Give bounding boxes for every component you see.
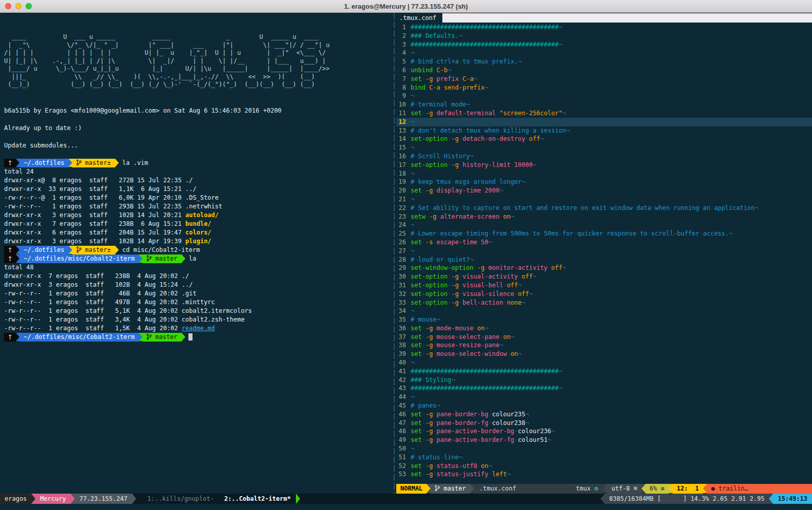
powerline-separator <box>603 484 607 493</box>
eol-marker: ¬ <box>559 24 562 31</box>
line-number: 31 <box>396 281 411 290</box>
line-number: 8 <box>396 83 411 92</box>
file-listing-row: -rw-r--r-- 1 eragos staff 5,1K 4 Aug 20:… <box>4 307 392 315</box>
line-number: 1 <box>396 23 411 32</box>
scroll-percent-segment: 6% ≡ <box>646 484 669 494</box>
eol-marker: ¬ <box>488 239 492 246</box>
file-name: .minttyrc <box>182 299 215 306</box>
ascii-art-line: |____/ u \_)-\___/ u_|_|_u |_| U/| |\u |… <box>4 65 392 73</box>
file-attributes: drwxr-xr-x 7 eragos staff 238B 6 Aug 15:… <box>4 220 185 227</box>
branch-name: master <box>155 333 177 341</box>
vim-line: 27¬ <box>396 247 812 256</box>
vim-line: 14set-option·-g·detach-on-destroy·off¬ <box>396 135 812 143</box>
tab-filename[interactable]: .tmux.conf <box>396 13 442 23</box>
vim-statusline: NORMAL master .tmux.conf tmux ⚙ utf-8 ⌘ … <box>396 484 812 494</box>
line-number: 36 <box>396 324 411 333</box>
directory-name: colors/ <box>185 229 211 236</box>
eol-marker: ¬ <box>437 316 440 323</box>
tmux-window-2-active[interactable]: 2:..Cobalt2-iterm* <box>219 494 296 504</box>
vim-line: 37set·-g·mouse-select-pane·on¬ <box>396 333 812 342</box>
typed-command: la .vim <box>119 159 148 166</box>
terminal-cursor <box>188 333 193 341</box>
powerline-separator <box>115 246 119 254</box>
ascii-art-line: | _"\ \/"_ \/|_ " _| |" ___| ___ |"| \| … <box>4 41 392 50</box>
vim-line: 7set·-g·prefix·C-a¬ <box>396 75 812 83</box>
shell-prompt-line: †~/.dotfiles/misc/Cobalt2-iterm master l… <box>4 254 392 263</box>
shell-pane-content: ____ U ___ u _____ _____ _ U _____ u ___… <box>4 33 392 342</box>
tmux-window-list: 1:..kills/gnuplot- 2:..Cobalt2-iterm* <box>142 494 300 504</box>
vim-line: 17set-option·-g·history-limit·10000¬ <box>396 161 812 169</box>
file-attributes: -rw-r--r-- 1 eragos staff 293B 15 Jul 22… <box>4 203 185 210</box>
tabline-fill <box>442 13 812 23</box>
directory-name: bundle/ <box>185 220 211 227</box>
eol-marker: ¬ <box>729 230 733 237</box>
line-number: 14 <box>396 135 411 143</box>
powerline-separator <box>115 159 119 167</box>
powerline-separator <box>16 246 19 254</box>
shell-pane[interactable]: ____ U ___ u _____ _____ _ U _____ u ___… <box>0 13 392 494</box>
line-number: 49 <box>396 436 411 444</box>
eol-marker: ¬ <box>551 428 555 435</box>
vim-line: 47set·-g·pane-border-fg·colour238¬ <box>396 419 812 428</box>
line-number: 4 <box>396 49 411 57</box>
vim-line: 6unbind·C-b¬ <box>396 66 812 75</box>
terminal-area: ____ U ___ u _____ _____ _ U _____ u ___… <box>0 13 812 494</box>
eol-marker: ¬ <box>510 333 514 341</box>
vim-line: 29set-window-option·-g·monitor-activity·… <box>396 264 812 272</box>
vim-line: 44¬ <box>396 393 812 401</box>
file-attributes: drwxr-xr-x 3 eragos staff 102B 4 Aug 15:… <box>4 281 182 288</box>
file-attributes: -rw-r--r--@ 1 eragos staff 6,0K 19 Apr 2… <box>4 194 185 201</box>
file-name: .DS_Store <box>185 194 219 201</box>
eol-marker: ¬ <box>488 462 492 470</box>
line-number: 29 <box>396 264 411 272</box>
zoom-button[interactable] <box>26 3 32 9</box>
file-attributes: drwxr-xr-x 3 eragos staff 102B 14 Apr 19… <box>4 238 185 245</box>
eol-marker: ¬ <box>411 196 414 203</box>
close-button[interactable] <box>5 3 11 9</box>
minimize-button[interactable] <box>15 3 22 9</box>
eol-marker: ¬ <box>485 325 488 332</box>
pane-divider[interactable] <box>392 13 396 494</box>
vim-buffer[interactable]: 1#######################################… <box>396 23 812 484</box>
window-title: 1. eragos@Mercury | 77.23.155.247 (sh) <box>344 3 468 10</box>
file-link[interactable]: readme.md <box>182 325 215 332</box>
powerline-separator <box>16 333 19 341</box>
shell-output-line: Update submodules... <box>4 141 392 150</box>
file-attributes: drwxr-xr-x 6 eragos staff 204B 15 Jul 19… <box>4 229 185 236</box>
tmux-user: eragos <box>0 494 31 504</box>
powerline-separator <box>703 484 707 493</box>
tmux-bar-spacer <box>300 494 601 504</box>
file-attributes: -rw-r--r-- 1 eragos staff 497B 4 Aug 20:… <box>4 299 182 306</box>
line-number: 2 <box>396 32 411 40</box>
line-number: 53 <box>396 470 411 479</box>
line-number: 19 <box>396 178 411 186</box>
file-listing-row: -rw-r--r-- 1 eragos staff 1,5K 4 Aug 20:… <box>4 324 392 333</box>
eol-marker: ¬ <box>411 49 414 56</box>
line-number: 26 <box>396 238 411 247</box>
scroll-percent: 6% <box>650 485 657 492</box>
vim-line: 52set·-g·status-utf8·on¬ <box>396 462 812 471</box>
eol-marker: ¬ <box>518 350 522 357</box>
file-name: .netrwhist <box>185 203 222 210</box>
vim-line: 33set-option·-g·bell-action·none¬ <box>396 299 812 307</box>
line-number: 48 <box>396 427 411 436</box>
vim-pane[interactable]: .tmux.conf 1############################… <box>396 13 812 494</box>
powerline-separator <box>132 494 136 504</box>
vim-line: 23setw·-g·alternate-screen·on¬ <box>396 213 812 221</box>
scroll-icon: ≡ <box>661 485 665 492</box>
line-number: 51 <box>396 453 411 462</box>
file-listing-row: -rw-r--r-- 1 eragos staff 3,4K 4 Aug 20:… <box>4 315 392 324</box>
prompt-status-marker: † <box>4 254 16 263</box>
eol-marker: ¬ <box>559 41 562 48</box>
shell-prompt-line: †~/.dotfiles master± la .vim <box>4 159 392 167</box>
vim-line: 5#·bind·ctrl+a·to·tmux·prefix.¬ <box>396 57 812 66</box>
file-listing-row: -rw-r--r--@ 1 eragos staff 6,0K 19 Apr 2… <box>4 194 392 202</box>
file-listing-row: drwxr-xr-x 7 eragos staff 238B 6 Aug 15:… <box>4 220 392 228</box>
eol-marker: ¬ <box>499 342 503 349</box>
vim-line: 20set·-g·display-time·2000¬ <box>396 186 812 195</box>
line-number: 44 <box>396 393 411 401</box>
blank-line: ​ <box>4 150 392 159</box>
eol-marker: ¬ <box>562 110 566 117</box>
warning-label: trailin… <box>719 485 749 492</box>
tmux-window-1[interactable]: 1:..kills/gnuplot- <box>142 494 219 504</box>
